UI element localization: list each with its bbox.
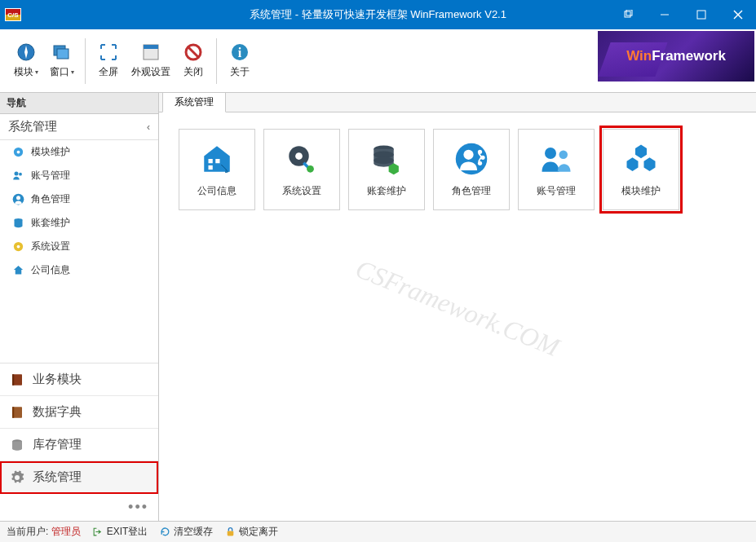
svg-point-36 — [307, 165, 314, 172]
svg-rect-3 — [697, 11, 705, 19]
svg-point-46 — [559, 150, 568, 159]
app-icon: C/S — [5, 8, 21, 21]
collapse-icon[interactable]: ‹ — [147, 121, 150, 133]
window-controls — [609, 0, 756, 29]
minimize-button[interactable] — [646, 0, 683, 29]
tile-grid: 公司信息 系统设置 账套维护 — [179, 129, 736, 210]
fullscreen-button[interactable]: 全屏 — [92, 41, 125, 81]
ribbon-toolbar: 模块▾ 窗口▾ 全屏 外观设置 关闭 — [0, 29, 756, 93]
tile-label: 公司信息 — [197, 184, 237, 198]
navigation-sidebar: 导航 系统管理 ‹ 模块维护 账号管理 角色管理 账套维护 — [0, 93, 159, 521]
exit-button[interactable]: EXIT登出 — [92, 525, 148, 539]
brand-banner: WinFramework — [598, 31, 754, 82]
svg-point-19 — [19, 173, 22, 176]
svg-point-34 — [295, 152, 303, 160]
nav-item-label: 账号管理 — [31, 169, 70, 183]
nav-item-ledger[interactable]: 账套维护 — [0, 211, 158, 235]
lock-button[interactable]: 锁定离开 — [224, 525, 278, 539]
user-name: 管理员 — [51, 526, 81, 537]
lock-icon — [224, 527, 236, 538]
tile-label: 模块维护 — [621, 184, 661, 198]
nav-item-label: 系统设置 — [31, 240, 70, 253]
nav-cat-label: 库存管理 — [33, 437, 82, 452]
svg-line-13 — [188, 47, 198, 57]
svg-point-21 — [16, 196, 20, 200]
close-button[interactable] — [719, 0, 756, 29]
tile-role-management[interactable]: 角色管理 — [433, 129, 510, 210]
tile-company-info[interactable]: 公司信息 — [179, 129, 255, 210]
nav-cat-system[interactable]: 系统管理 — [0, 461, 158, 494]
svg-rect-26 — [12, 374, 14, 386]
tile-module-maintain[interactable]: 模块维护 — [603, 129, 679, 210]
database-icon — [11, 217, 24, 230]
person-icon — [11, 193, 24, 206]
titlebar: C/S 系统管理 - 轻量级可快速开发框架 WinFramework V2.1 — [0, 0, 756, 29]
nav-section-header[interactable]: 系统管理 ‹ — [0, 114, 158, 140]
current-user: 当前用户: 管理员 — [7, 525, 81, 539]
window-button[interactable]: 窗口▾ — [46, 41, 78, 81]
database-gray-icon — [10, 438, 24, 452]
gear-gray-icon — [10, 470, 24, 485]
tile-account-management[interactable]: 账号管理 — [518, 129, 595, 210]
tile-label: 系统设置 — [282, 184, 321, 198]
nav-item-label: 公司信息 — [31, 263, 70, 277]
svg-rect-9 — [57, 49, 69, 59]
tile-ledger-maintain[interactable]: 账套维护 — [348, 129, 425, 210]
svg-rect-28 — [12, 407, 14, 418]
nav-item-label: 账套维护 — [31, 216, 70, 230]
clear-cache-label: 清空缓存 — [174, 525, 213, 539]
nav-item-company[interactable]: 公司信息 — [0, 258, 158, 282]
separator — [85, 38, 86, 84]
separator — [216, 38, 217, 84]
content-area: 系统管理 公司信息 系统设置 — [159, 93, 756, 521]
nav-cat-label: 系统管理 — [33, 469, 82, 485]
forbidden-icon — [183, 42, 203, 62]
book-icon — [10, 405, 24, 420]
svg-point-45 — [545, 148, 556, 159]
about-button[interactable]: i 关于 — [223, 41, 256, 81]
nav-categories: 业务模块 数据字典 库存管理 系统管理 ••• — [0, 363, 158, 521]
tile-system-settings[interactable]: 系统设置 — [263, 129, 340, 210]
svg-rect-30 — [209, 159, 213, 163]
house-edit-icon — [200, 142, 234, 176]
windows-icon — [52, 42, 72, 62]
svg-rect-32 — [209, 165, 213, 169]
exit-icon — [92, 527, 104, 538]
clear-cache-button[interactable]: 清空缓存 — [159, 525, 213, 539]
nav-cat-business[interactable]: 业务模块 — [0, 364, 158, 396]
nav-item-account[interactable]: 账号管理 — [0, 164, 158, 187]
book-icon — [10, 372, 24, 387]
house-icon — [11, 264, 24, 277]
svg-point-39 — [374, 156, 394, 164]
module-button[interactable]: 模块▾ — [10, 41, 42, 81]
refresh-icon — [159, 527, 170, 538]
cubes-icon — [624, 142, 658, 176]
nav-cat-inventory[interactable]: 库存管理 — [0, 429, 158, 461]
nav-item-role[interactable]: 角色管理 — [0, 187, 158, 211]
tab-system[interactable]: 系统管理 — [162, 92, 226, 112]
compass-icon — [16, 42, 36, 62]
nav-cat-label: 业务模块 — [33, 372, 82, 387]
nav-more-button[interactable]: ••• — [0, 494, 158, 521]
nav-item-settings[interactable]: 系统设置 — [0, 235, 158, 258]
module-label: 模块 — [14, 65, 33, 79]
fullscreen-label: 全屏 — [99, 65, 118, 79]
close-tab-button[interactable]: 关闭 — [177, 41, 210, 81]
nav-cat-label: 数据字典 — [33, 404, 82, 420]
restore-down-button[interactable] — [609, 0, 646, 29]
users-icon — [11, 170, 24, 183]
user-label: 当前用户: — [7, 526, 48, 537]
skin-button[interactable]: 外观设置 — [128, 41, 174, 81]
gear-tools-icon — [285, 142, 319, 176]
about-label: 关于 — [230, 65, 250, 79]
nav-item-label: 模块维护 — [31, 145, 70, 159]
svg-text:i: i — [238, 46, 242, 59]
nav-items: 模块维护 账号管理 角色管理 账套维护 系统设置 公司信息 — [0, 140, 158, 363]
tile-label: 账号管理 — [537, 184, 576, 198]
nav-item-module-maintain[interactable]: 模块维护 — [0, 140, 158, 164]
lock-label: 锁定离开 — [239, 525, 278, 539]
info-icon: i — [230, 42, 250, 62]
nav-cat-datadict[interactable]: 数据字典 — [0, 396, 158, 429]
maximize-button[interactable] — [683, 0, 719, 29]
svg-point-17 — [16, 151, 20, 154]
